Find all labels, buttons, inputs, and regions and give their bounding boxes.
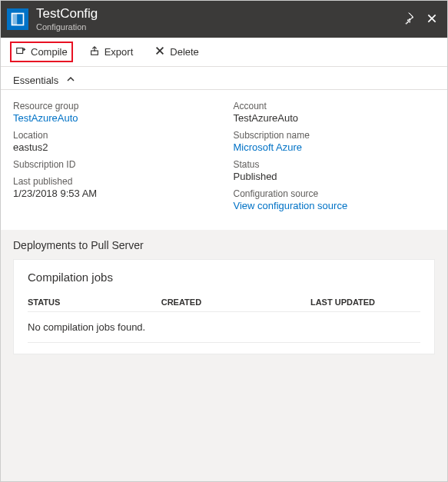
essentials-body: Resource group TestAzureAuto Location ea… [1, 90, 447, 230]
export-button[interactable]: Export [85, 43, 138, 61]
config-icon [7, 8, 28, 30]
location-label: Location [13, 130, 215, 141]
account-label: Account [234, 101, 436, 111]
location-value: eastus2 [13, 141, 215, 153]
delete-label: Delete [170, 46, 199, 58]
page-title: TestConfig [36, 6, 403, 22]
subscription-id-label: Subscription ID [13, 159, 215, 170]
delete-icon [154, 45, 165, 58]
page-subtitle: Configuration [36, 22, 403, 32]
compile-icon [15, 45, 26, 58]
chevron-up-icon [66, 75, 75, 86]
table-header: STATUS CREATED LAST UPDATED [28, 294, 420, 312]
close-icon[interactable] [426, 12, 438, 27]
essentials-header: Essentials [1, 67, 447, 90]
panel-title: Compilation jobs [28, 271, 420, 284]
export-label: Export [105, 46, 134, 58]
col-created: CREATED [161, 298, 310, 307]
empty-message: No compilation jobs found. [28, 312, 420, 343]
last-published-value: 1/23/2018 9:53 AM [13, 188, 215, 199]
toolbar: Compile Export Delete [1, 38, 447, 67]
subscription-name-label: Subscription name [234, 130, 436, 141]
config-source-link[interactable]: View configuration source [234, 200, 436, 211]
col-updated: LAST UPDATED [310, 298, 420, 307]
last-published-label: Last published [13, 176, 215, 187]
col-status: STATUS [28, 298, 161, 307]
resource-group-label: Resource group [13, 101, 215, 111]
status-value: Published [234, 171, 436, 182]
compile-label: Compile [31, 46, 68, 58]
pin-icon[interactable] [403, 12, 415, 27]
delete-button[interactable]: Delete [151, 43, 203, 61]
svg-rect-4 [17, 48, 23, 54]
essentials-toggle[interactable]: Essentials [13, 75, 435, 86]
config-source-label: Configuration source [234, 188, 436, 199]
export-icon [89, 45, 100, 58]
resource-group-link[interactable]: TestAzureAuto [13, 112, 215, 124]
section-title: Deployments to Pull Server [13, 239, 435, 251]
account-value: TestAzureAuto [234, 112, 436, 124]
deployments-section: Deployments to Pull Server Compilation j… [1, 230, 447, 482]
compilation-panel: Compilation jobs STATUS CREATED LAST UPD… [13, 259, 435, 354]
svg-rect-1 [12, 14, 18, 25]
status-label: Status [234, 159, 436, 170]
compile-button[interactable]: Compile [12, 43, 71, 61]
subscription-name-link[interactable]: Microsoft Azure [234, 141, 436, 153]
essentials-label: Essentials [13, 75, 58, 86]
blade-header: TestConfig Configuration [1, 1, 447, 38]
